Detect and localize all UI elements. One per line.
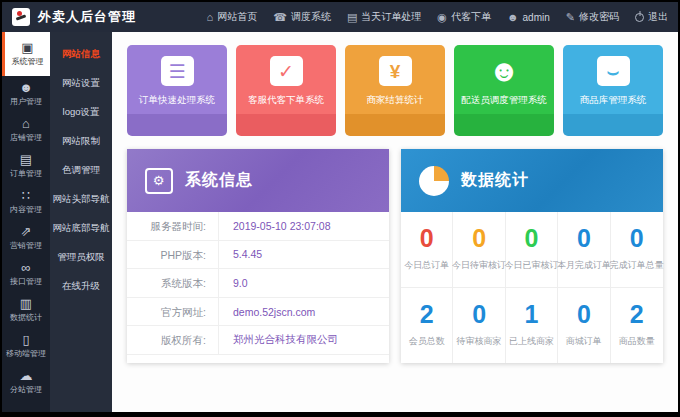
bar-chart-icon: ▥ [20,297,32,310]
mobile-icon: ▯ [22,333,29,346]
api-link-icon: ∞ [21,261,30,274]
system-info-title: 系统信息 [185,170,253,191]
power-icon [635,13,644,22]
nav-proxy-order[interactable]: ◉ 代客下单 [437,10,491,24]
submenu-online-upgrade[interactable]: 在线升级 [50,272,112,301]
system-info-panel: ⚙ 系统信息 服务器时间: 2019-05-10 23:07:08 PHP版本:… [127,149,389,363]
submenu-logo-settings[interactable]: logo设置 [50,98,112,127]
nav-today-orders[interactable]: ▤ 当天订单处理 [347,10,421,24]
topnav: ⌂ 网站首页 ☎ 调度系统 ▤ 当天订单处理 ◉ 代客下单 ☻ admin ✎ … [207,10,668,24]
info-row-php-version: PHP版本: 5.4.45 [127,241,389,270]
sidebar-item-shops[interactable]: ⌂ 店铺管理 [2,112,50,148]
card-courier-dispatch[interactable]: ☻ 配送员调度管理系统 [454,45,554,136]
nav-site-home[interactable]: ⌂ 网站首页 [207,10,258,24]
info-row-server-time: 服务器时间: 2019-05-10 23:07:08 [127,212,389,241]
pie-chart-icon [419,166,449,196]
order-doc-icon: ▤ [20,153,32,166]
card-merchant-settlement[interactable]: ¥ 商家结算统计 [345,45,445,136]
card-product-library[interactable]: ⌣ 商品库管理系统 [563,45,663,136]
system-info-header: ⚙ 系统信息 [127,149,389,212]
nav-admin-account[interactable]: ☻ admin [507,11,550,23]
shopping-bag-icon: ⌣ [597,56,630,86]
stat-online-merchants: 1 已上线商家 [506,288,558,364]
sidebar-item-users[interactable]: ☻ 用户管理 [2,76,50,112]
marketing-chart-icon: ⇗ [21,225,32,238]
topbar: 外卖人后台管理 ⌂ 网站首页 ☎ 调度系统 ▤ 当天订单处理 ◉ 代客下单 ☻ … [2,2,678,32]
app-title: 外卖人后台管理 [38,8,136,26]
sidebar-item-orders[interactable]: ▤ 订单管理 [2,148,50,184]
submenu-header-nav[interactable]: 网站头部导航 [50,185,112,214]
users-icon: ☻ [19,81,33,94]
stat-month-completed-orders: 0 本月完成订单 [558,212,610,288]
user-icon: ☻ [507,11,519,23]
data-stats-header: 数据统计 [401,149,663,212]
sidebar-item-statistics[interactable]: ▥ 数据统计 [2,292,50,328]
cloud-icon: ☁ [20,369,33,382]
nav-dispatch-system[interactable]: ☎ 调度系统 [273,10,331,24]
system-info-table: 服务器时间: 2019-05-10 23:07:08 PHP版本: 5.4.45… [127,212,389,361]
stat-today-approved-orders: 0 今日已审核订 [506,212,558,288]
stat-product-count: 2 商品数量 [611,288,663,364]
today-orders-icon: ▤ [347,11,357,24]
submenu-footer-nav[interactable]: 网站底部导航 [50,214,112,243]
sidebar-item-content[interactable]: ∷ 内容管理 [2,184,50,220]
nav-logout[interactable]: 退出 [635,10,668,24]
edit-password-icon: ✎ [566,11,575,24]
info-row-copyright: 版权所有: 郑州光合科技有限公司 [127,326,389,355]
info-row-system-version: 系统版本: 9.0 [127,269,389,298]
app-logo [12,8,30,26]
nav-change-password[interactable]: ✎ 修改密码 [566,10,619,24]
phone-icon: ☎ [273,11,287,24]
content-grid-icon: ∷ [22,189,30,202]
home-icon: ⌂ [207,11,214,23]
shortcut-cards: ☰ 订单快速处理系统 ✓ 客服代客下单系统 ¥ 商家结算统计 [127,45,663,136]
data-stats-title: 数据统计 [461,170,529,191]
stat-mall-orders: 0 商城订单 [558,288,610,364]
stat-today-total-orders: 0 今日总订单 [401,212,453,288]
submenu-color-management[interactable]: 色调管理 [50,156,112,185]
shop-icon: ⌂ [22,117,30,130]
receipt-check-icon: ✓ [270,56,303,86]
notepad-icon: ☰ [161,56,194,86]
stats-grid: 0 今日总订单 0 今日待审核订 0 今日已审核订 0 本月完成订单 [401,212,663,363]
monitor-icon: ▣ [21,41,33,54]
info-row-official-site: 官方网址: demo.52jscn.com [127,298,389,327]
sidebar-item-api[interactable]: ∞ 接口管理 [2,256,50,292]
submenu-site-info[interactable]: 网站信息 [50,40,112,69]
stat-total-completed-orders: 0 完成订单总量 [611,212,663,288]
submenu-admin-permissions[interactable]: 管理员权限 [50,243,112,272]
data-stats-panel: 数据统计 0 今日总订单 0 今日待审核订 0 今日已审核订 [401,149,663,363]
stat-pending-merchants: 0 待审核商家 [453,288,505,364]
stat-total-members: 2 会员总数 [401,288,453,364]
system-gear-icon: ⚙ [145,168,173,194]
courier-icon: ☻ [488,56,520,86]
sidebar-rail: ▣ 系统管理 ☻ 用户管理 ⌂ 店铺管理 ▤ 订单管理 ∷ 内容管理 ⇗ 营销管… [2,32,50,412]
sidebar-item-marketing[interactable]: ⇗ 营销管理 [2,220,50,256]
submenu-site-limits[interactable]: 网站限制 [50,127,112,156]
card-order-quick-processing[interactable]: ☰ 订单快速处理系统 [127,45,227,136]
stat-today-pending-orders: 0 今日待审核订 [453,212,505,288]
yuan-money-icon: ¥ [379,56,412,86]
sidebar-item-substation[interactable]: ☁ 分站管理 [2,364,50,400]
submenu: 网站信息 网站设置 logo设置 网站限制 色调管理 网站头部导航 网站底部导航… [50,32,112,412]
sidebar-item-mobile[interactable]: ▯ 移动端管理 [2,328,50,364]
main-content: ☰ 订单快速处理系统 ✓ 客服代客下单系统 ¥ 商家结算统计 [112,32,678,412]
proxy-order-icon: ◉ [437,11,447,24]
card-proxy-order-system[interactable]: ✓ 客服代客下单系统 [236,45,336,136]
sidebar-item-system[interactable]: ▣ 系统管理 [2,32,50,76]
submenu-site-settings[interactable]: 网站设置 [50,69,112,98]
